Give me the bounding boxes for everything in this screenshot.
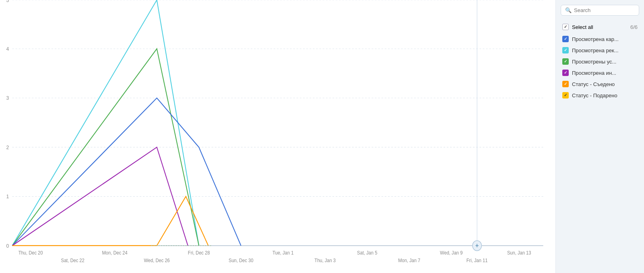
svg-text:Sat, Dec 22: Sat, Dec 22: [61, 257, 84, 263]
line-cyan: [12, 0, 199, 246]
svg-text:4: 4: [6, 45, 9, 52]
select-all-count: 6/6: [630, 24, 638, 30]
legend-label-1: Просмотрена рек...: [572, 47, 619, 53]
legend-checkbox-4[interactable]: ✓: [562, 81, 569, 87]
select-all-checkbox[interactable]: ✓: [562, 24, 569, 30]
chart-svg: 0 1 2 3 4 5 Thu, Dec 20 Mon, Dec 24 Fri,…: [0, 0, 555, 273]
svg-text:Mon, Jan 7: Mon, Jan 7: [398, 257, 420, 263]
legend-checkbox-1[interactable]: ✓: [562, 47, 569, 53]
svg-text:Sat, Jan 5: Sat, Jan 5: [357, 250, 378, 256]
legend-checkbox-0[interactable]: ✓: [562, 36, 569, 42]
legend-checkbox-2[interactable]: ✓: [562, 58, 569, 65]
svg-text:Tue, Jan 1: Tue, Jan 1: [272, 250, 293, 256]
svg-text:3: 3: [6, 95, 9, 101]
svg-text:Mon, Dec 24: Mon, Dec 24: [102, 250, 128, 256]
legend-checkbox-3[interactable]: ✓: [562, 70, 569, 76]
svg-text:1: 1: [6, 193, 9, 199]
legend-item-0[interactable]: ✓ Просмотрена кар...: [561, 33, 639, 45]
select-all-row[interactable]: ✓ Select all 6/6: [561, 21, 639, 33]
chart-area: 0 1 2 3 4 5 Thu, Dec 20 Mon, Dec 24 Fri,…: [0, 0, 555, 273]
legend-item-2[interactable]: ✓ Просмотрены ус...: [561, 56, 639, 67]
line-green: [12, 49, 199, 246]
legend-label-4: Статус - Съедено: [572, 81, 615, 87]
svg-text:Wed, Dec 26: Wed, Dec 26: [144, 257, 170, 263]
legend-label-5: Статус - Подарено: [572, 92, 617, 99]
checkmark-icon-2: ✓: [564, 60, 567, 64]
svg-text:0: 0: [6, 242, 9, 249]
search-icon: 🔍: [565, 7, 572, 13]
svg-text:Sun, Dec 30: Sun, Dec 30: [229, 257, 254, 263]
legend-label-2: Просмотрены ус...: [572, 59, 616, 65]
svg-text:+: +: [475, 242, 479, 249]
svg-text:Fri, Dec 28: Fri, Dec 28: [188, 250, 210, 256]
svg-text:Wed, Jan 9: Wed, Jan 9: [440, 250, 463, 256]
checkmark-icon-4: ✓: [564, 82, 567, 86]
checkmark-icon-3: ✓: [564, 71, 567, 75]
legend-item-3[interactable]: ✓ Просмотрена ин...: [561, 67, 639, 78]
svg-text:Thu, Jan 3: Thu, Jan 3: [314, 257, 336, 263]
legend-item-4[interactable]: ✓ Статус - Съедено: [561, 78, 639, 90]
legend-checkbox-5[interactable]: ✓: [562, 92, 569, 99]
checkmark-icon: ✓: [564, 25, 567, 29]
legend-panel: 🔍 ✓ Select all 6/6 ✓ Просмотрена кар... …: [555, 0, 644, 273]
svg-text:Thu, Dec 20: Thu, Dec 20: [19, 250, 43, 256]
svg-text:5: 5: [6, 0, 9, 3]
legend-item-1[interactable]: ✓ Просмотрена рек...: [561, 45, 639, 56]
checkmark-icon-1: ✓: [564, 48, 567, 52]
search-box[interactable]: 🔍: [561, 5, 639, 16]
legend-label-3: Просмотрена ин...: [572, 70, 616, 76]
legend-label-0: Просмотрена кар...: [572, 36, 619, 42]
line-blue: [12, 98, 241, 246]
svg-text:Sun, Jan 13: Sun, Jan 13: [507, 250, 531, 256]
checkmark-icon-5: ✓: [564, 93, 567, 97]
search-input[interactable]: [574, 7, 635, 13]
legend-item-5[interactable]: ✓ Статус - Подарено: [561, 90, 639, 101]
line-orange: [12, 197, 208, 246]
select-all-label: Select all: [572, 24, 593, 30]
svg-text:Fri, Jan 11: Fri, Jan 11: [466, 257, 488, 263]
checkmark-icon-0: ✓: [564, 37, 567, 41]
svg-text:2: 2: [6, 144, 9, 150]
